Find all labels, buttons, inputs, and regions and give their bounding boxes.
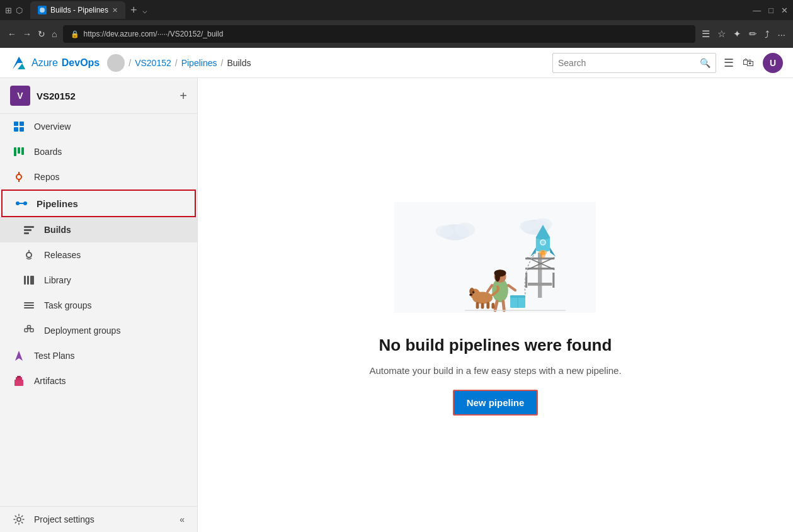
- testplans-icon: [13, 349, 25, 362]
- svg-point-44: [520, 221, 537, 232]
- refresh-button[interactable]: ↻: [38, 29, 45, 39]
- url-text: https://dev.azure.com/·····/VS20152/_bui…: [83, 30, 223, 38]
- notifications-icon[interactable]: ☰: [724, 56, 734, 70]
- overview-icon: [13, 120, 25, 133]
- sidebar-item-artifacts[interactable]: Artifacts: [0, 368, 197, 393]
- favorites-icon[interactable]: ☆: [717, 28, 726, 40]
- logo-azure-text: Azure: [31, 57, 58, 69]
- extensions-icon[interactable]: ✏: [749, 28, 757, 40]
- library-icon: [23, 274, 35, 286]
- svg-rect-25: [24, 305, 34, 306]
- basket-icon[interactable]: 🛍: [743, 56, 754, 69]
- svg-rect-9: [21, 147, 24, 155]
- tab-close-icon[interactable]: ✕: [112, 6, 118, 14]
- svg-point-10: [16, 174, 21, 179]
- svg-point-40: [455, 223, 475, 237]
- back-button[interactable]: ←: [8, 29, 16, 39]
- content-area: No build pipelines were found Automate y…: [198, 78, 793, 532]
- boards-icon: [13, 145, 25, 158]
- azure-logo[interactable]: Azure DevOps: [10, 54, 100, 72]
- svg-rect-24: [24, 302, 34, 303]
- project-name: VS20152: [37, 91, 173, 101]
- sidebar-item-releases[interactable]: Releases: [0, 242, 197, 268]
- close-button[interactable]: ✕: [781, 6, 788, 15]
- reading-list-icon[interactable]: ☰: [702, 28, 710, 40]
- app-container: Azure DevOps / VS20152 / Pipelines / Bui…: [0, 48, 793, 532]
- sidebar-item-projectsettings[interactable]: Project settings «: [0, 507, 197, 532]
- maximize-button[interactable]: □: [768, 6, 773, 15]
- svg-rect-48: [553, 273, 555, 288]
- minimize-button[interactable]: —: [753, 6, 761, 15]
- search-box[interactable]: 🔍: [552, 53, 716, 73]
- sidebar: V VS20152 + Overview Boa: [0, 78, 198, 532]
- sidebar-item-repos[interactable]: Repos: [0, 164, 197, 190]
- svg-rect-36: [17, 376, 21, 378]
- svg-point-13: [16, 201, 20, 205]
- svg-line-69: [495, 302, 497, 310]
- svg-point-74: [470, 294, 473, 296]
- svg-rect-5: [14, 127, 18, 132]
- sidebar-item-library[interactable]: Library: [0, 268, 197, 293]
- sidebar-item-builds[interactable]: Builds: [0, 217, 197, 242]
- svg-rect-18: [24, 232, 29, 234]
- empty-state-subtitle: Automate your build in a few easy steps …: [369, 365, 621, 376]
- svg-rect-29: [28, 325, 31, 328]
- sidebar-item-label-library: Library: [44, 275, 71, 285]
- sidebar-item-label-deploymentgroups: Deployment groups: [44, 325, 120, 336]
- empty-state-title: No build pipelines were found: [379, 336, 612, 355]
- browser-titlebar: ⊞ ⬡ Builds - Pipelines ✕ + ⌵ — □ ✕: [0, 0, 793, 20]
- add-project-button[interactable]: +: [180, 89, 187, 103]
- more-icon[interactable]: ···: [777, 29, 785, 40]
- svg-rect-14: [20, 203, 23, 204]
- deploymentgroups-icon: [23, 324, 35, 337]
- search-icon: 🔍: [700, 58, 710, 68]
- svg-point-75: [472, 291, 474, 293]
- share-icon[interactable]: ⤴: [765, 29, 770, 40]
- sidebar-item-deploymentgroups[interactable]: Deployment groups: [0, 318, 197, 343]
- breadcrumb-project[interactable]: VS20152: [135, 58, 171, 68]
- svg-rect-21: [24, 276, 26, 285]
- breadcrumb-section[interactable]: Pipelines: [181, 58, 217, 68]
- svg-point-73: [470, 288, 475, 295]
- new-pipeline-button[interactable]: New pipeline: [453, 390, 539, 416]
- tab-title: Builds - Pipelines: [50, 6, 108, 14]
- sidebar-item-pipelines[interactable]: Pipelines: [1, 190, 196, 217]
- new-tab-button[interactable]: +: [130, 4, 137, 17]
- collections-icon[interactable]: ✦: [733, 28, 741, 40]
- home-button[interactable]: ⌂: [52, 29, 57, 39]
- svg-rect-34: [14, 380, 23, 386]
- header-right: ☰ 🛍 U: [724, 53, 783, 73]
- browser-addressbar: ← → ↻ ⌂ 🔒 https://dev.azure.com/·····/VS…: [0, 20, 793, 48]
- tab-list-button[interactable]: ⌵: [142, 6, 147, 15]
- sidebar-item-overview[interactable]: Overview: [0, 114, 197, 139]
- sidebar-item-label-projectsettings: Project settings: [34, 514, 94, 524]
- forward-button[interactable]: →: [23, 29, 31, 39]
- svg-rect-16: [24, 226, 34, 228]
- sidebar-item-label-testplans: Test Plans: [34, 351, 75, 361]
- azure-logo-icon: [10, 54, 28, 72]
- sidebar-item-testplans[interactable]: Test Plans: [0, 343, 197, 368]
- browser-toolbar-icons: ☰ ☆ ✦ ✏ ⤴ ···: [702, 28, 785, 40]
- search-input[interactable]: [558, 58, 696, 68]
- browser-tab-active[interactable]: Builds - Pipelines ✕: [30, 1, 125, 19]
- main-layout: V VS20152 + Overview Boa: [0, 78, 793, 532]
- sidebar-item-taskgroups[interactable]: Task groups: [0, 293, 197, 318]
- address-bar[interactable]: 🔒 https://dev.azure.com/·····/VS20152/_b…: [63, 25, 695, 43]
- sidebar-item-label-taskgroups: Task groups: [44, 300, 91, 310]
- sidebar-item-boards[interactable]: Boards: [0, 139, 197, 164]
- svg-point-15: [23, 201, 27, 205]
- breadcrumb-page: Builds: [227, 58, 251, 68]
- svg-rect-7: [14, 147, 16, 156]
- svg-rect-23: [30, 276, 34, 285]
- pipelines-icon: [15, 197, 28, 210]
- sidebar-nav: Overview Boards Repos: [0, 114, 197, 393]
- user-avatar[interactable]: U: [763, 53, 783, 73]
- browser-tabs: ⊞ ⬡ Builds - Pipelines ✕ + ⌵: [5, 1, 748, 19]
- svg-rect-17: [24, 229, 31, 231]
- svg-rect-22: [27, 276, 29, 285]
- taskgroups-icon: [23, 299, 35, 312]
- svg-point-60: [541, 241, 545, 244]
- sidebar-item-label-pipelines: Pipelines: [37, 198, 78, 209]
- svg-point-0: [40, 8, 45, 13]
- collapse-icon[interactable]: «: [180, 514, 185, 524]
